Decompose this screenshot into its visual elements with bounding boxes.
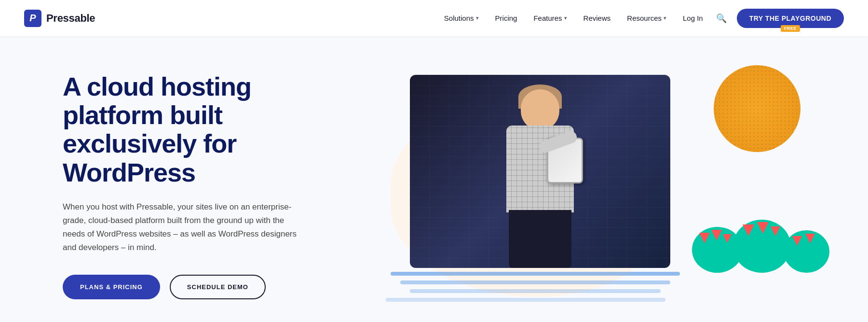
free-badge: FREE [781,25,800,32]
site-header: P Pressable Solutions ▾ Pricing Features… [0,0,868,36]
cloud-blob-3 [784,230,829,273]
triangle-2 [711,230,722,240]
main-nav: Solutions ▾ Pricing Features ▾ Reviews R… [437,9,844,28]
nav-label-pricing: Pricing [495,14,517,22]
nav-item-reviews[interactable]: Reviews [577,10,618,26]
triangle-8 [805,234,815,243]
hero-description: When you host with Pressable, your sites… [63,200,304,254]
wave-line-1 [391,272,680,276]
triangle-3 [723,234,732,243]
triangle-5 [757,222,769,234]
wave-line-4 [386,298,665,302]
person-head [521,89,559,130]
search-icon: 🔍 [716,13,727,24]
chevron-down-icon: ▾ [476,15,479,21]
triangle-6 [771,226,780,236]
nav-label-features: Features [533,14,562,22]
chevron-down-icon-3: ▾ [664,15,666,21]
triangle-1 [699,233,710,243]
hero-image [410,75,670,268]
nav-item-pricing[interactable]: Pricing [488,10,524,26]
cloud-blob-2 [733,220,791,273]
logo-icon: P [24,10,41,27]
playground-button[interactable]: TRY THE PLAYGROUND FREE [737,9,844,28]
hero-title: A cloud hosting platform built exclusive… [63,72,333,187]
wave-line-3 [410,289,661,293]
chevron-down-icon-2: ▾ [564,15,567,21]
nav-item-features[interactable]: Features ▾ [527,10,573,26]
nav-label-solutions: Solutions [444,14,474,22]
hero-buttons: PLANS & PRICING SCHEDULE DEMO [63,275,333,299]
wave-line-2 [400,280,670,284]
logo[interactable]: P Pressable [24,10,95,27]
hero-section: A cloud hosting platform built exclusive… [0,36,868,322]
playground-label: TRY THE PLAYGROUND [749,14,831,22]
person-legs [509,210,571,268]
triangle-7 [792,236,802,246]
hero-content: A cloud hosting platform built exclusive… [63,72,333,300]
nav-label-login: Log In [683,14,703,22]
nav-item-login[interactable]: Log In [676,10,710,26]
search-button[interactable]: 🔍 [713,10,730,27]
wave-decorations [391,272,680,307]
schedule-demo-button[interactable]: SCHEDULE DEMO [170,275,266,299]
nav-item-solutions[interactable]: Solutions ▾ [437,10,486,26]
nav-label-resources: Resources [627,14,662,22]
triangle-4 [743,224,754,236]
logo-text: Pressable [46,12,95,25]
plans-pricing-button[interactable]: PLANS & PRICING [63,275,160,299]
person-figure [473,80,608,268]
nav-item-resources[interactable]: Resources ▾ [620,10,673,26]
hero-illustration [362,65,820,307]
orange-circle-decoration [714,65,800,152]
nav-label-reviews: Reviews [583,14,611,22]
